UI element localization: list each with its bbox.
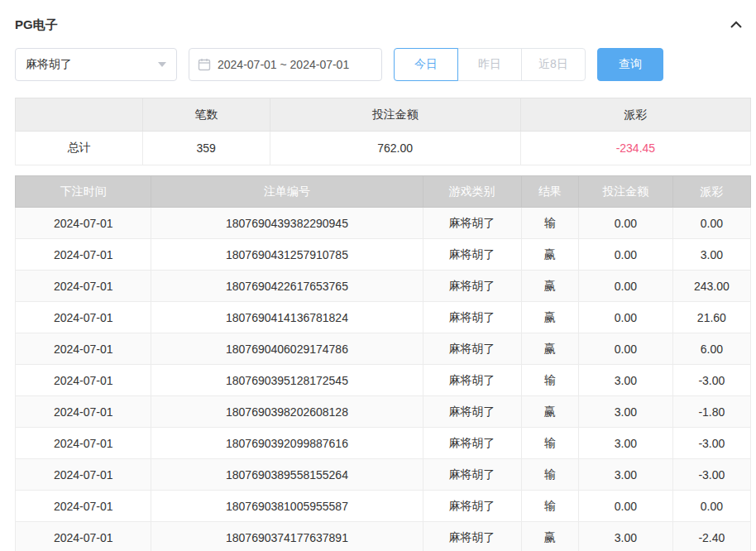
bet-table-body: 2024-07-011807690439382290945麻将胡了输0.000.… [16,208,751,551]
header-bet-amount: 投注金额 [578,176,672,208]
cell-result: 赢 [521,302,578,333]
cell-bet-amount: 3.00 [578,428,672,459]
cell-game-type: 麻将胡了 [423,333,521,365]
cell-game-type: 麻将胡了 [423,365,521,396]
cell-bet-id: 1807690439382290945 [151,208,423,239]
bet-records-table: 下注时间 注单编号 游戏类别 结果 投注金额 派彩 2024-07-011807… [15,175,751,551]
cell-bet-id: 1807690392099887616 [151,428,423,459]
search-button[interactable]: 查询 [597,48,663,81]
cell-game-type: 麻将胡了 [423,239,521,271]
cell-bet-amount: 3.00 [578,396,672,428]
summary-header-bet-amount: 投注金额 [270,98,520,132]
chevron-down-icon [158,62,166,67]
chevron-up-icon [730,19,743,31]
cell-bet-amount: 0.00 [578,491,672,522]
cell-result: 输 [521,208,578,239]
cell-result: 输 [521,491,578,522]
today-button[interactable]: 今日 [394,48,458,81]
bet-table-header-row: 下注时间 注单编号 游戏类别 结果 投注金额 派彩 [16,176,751,208]
table-row: 2024-07-011807690374177637891麻将胡了赢3.00-2… [16,522,751,551]
filter-bar: 麻将胡了 2024-07-01 ~ 2024-07-01 今日 昨日 近8日 查… [15,48,751,81]
header-bet-id: 注单编号 [151,176,423,208]
yesterday-button[interactable]: 昨日 [457,48,522,81]
cell-game-type: 麻将胡了 [423,491,521,522]
date-range-input[interactable]: 2024-07-01 ~ 2024-07-01 [189,48,382,81]
summary-header-row: 笔数 投注金额 派彩 [16,98,751,132]
header-game-type: 游戏类别 [423,176,521,208]
cell-game-type: 麻将胡了 [423,271,521,302]
cell-game-type: 麻将胡了 [423,428,521,459]
cell-payout: -3.00 [672,428,750,459]
cell-game-type: 麻将胡了 [423,302,521,333]
cell-result: 赢 [521,396,578,428]
cell-payout: -3.00 [672,365,750,396]
header-result: 结果 [521,176,578,208]
cell-bet-time: 2024-07-01 [16,428,151,459]
cell-bet-amount: 0.00 [578,208,672,239]
cell-bet-id: 1807690398202608128 [151,396,423,428]
cell-bet-time: 2024-07-01 [16,365,151,396]
game-select[interactable]: 麻将胡了 [15,48,177,81]
calendar-icon [198,58,211,71]
table-row: 2024-07-011807690389558155264麻将胡了输3.00-3… [16,459,751,491]
cell-result: 赢 [521,522,578,551]
cell-bet-time: 2024-07-01 [16,522,151,551]
cell-bet-time: 2024-07-01 [16,333,151,365]
last-8-days-button[interactable]: 近8日 [521,48,586,81]
cell-bet-id: 1807690422617653765 [151,271,423,302]
table-row: 2024-07-011807690398202608128麻将胡了赢3.00-1… [16,396,751,428]
cell-bet-amount: 0.00 [578,302,672,333]
pg-games-panel: PG电子 麻将胡了 2024-07-01 ~ 2024-07-01 今日 昨日 … [0,0,756,551]
cell-bet-time: 2024-07-01 [16,208,151,239]
panel-header: PG电子 [15,12,751,38]
cell-payout: 243.00 [672,271,750,302]
cell-bet-time: 2024-07-01 [16,459,151,491]
quick-range-group: 今日 昨日 近8日 [394,48,586,81]
table-row: 2024-07-011807690392099887616麻将胡了输3.00-3… [16,428,751,459]
cell-payout: -1.80 [672,396,750,428]
summary-total-count: 359 [142,132,270,165]
cell-bet-time: 2024-07-01 [16,491,151,522]
cell-game-type: 麻将胡了 [423,396,521,428]
cell-bet-time: 2024-07-01 [16,302,151,333]
date-range-value: 2024-07-01 ~ 2024-07-01 [218,58,349,71]
header-payout: 派彩 [672,176,750,208]
cell-bet-id: 1807690431257910785 [151,239,423,271]
collapse-panel-button[interactable] [730,19,743,31]
cell-bet-time: 2024-07-01 [16,271,151,302]
cell-result: 输 [521,459,578,491]
table-row: 2024-07-011807690395128172545麻将胡了输3.00-3… [16,365,751,396]
cell-bet-time: 2024-07-01 [16,396,151,428]
cell-bet-id: 1807690389558155264 [151,459,423,491]
summary-header-count: 笔数 [142,98,270,132]
cell-bet-amount: 3.00 [578,459,672,491]
cell-bet-amount: 3.00 [578,365,672,396]
table-row: 2024-07-011807690439382290945麻将胡了输0.000.… [16,208,751,239]
summary-total-payout: -234.45 [520,132,750,165]
cell-payout: 0.00 [672,491,750,522]
cell-bet-id: 1807690381005955587 [151,491,423,522]
cell-result: 赢 [521,239,578,271]
cell-bet-id: 1807690374177637891 [151,522,423,551]
cell-result: 赢 [521,333,578,365]
cell-game-type: 麻将胡了 [423,522,521,551]
cell-payout: 0.00 [672,208,750,239]
summary-total-row: 总计 359 762.00 -234.45 [16,132,751,165]
cell-result: 输 [521,365,578,396]
table-row: 2024-07-011807690406029174786麻将胡了赢0.006.… [16,333,751,365]
table-row: 2024-07-011807690381005955587麻将胡了输0.000.… [16,491,751,522]
table-row: 2024-07-011807690422617653765麻将胡了赢0.0024… [16,271,751,302]
summary-header-payout: 派彩 [520,98,750,132]
summary-total-label: 总计 [16,132,143,165]
cell-bet-time: 2024-07-01 [16,239,151,271]
summary-table: 笔数 投注金额 派彩 总计 359 762.00 -234.45 [15,98,751,165]
cell-result: 赢 [521,271,578,302]
cell-bet-amount: 0.00 [578,271,672,302]
table-row: 2024-07-011807690414136781824麻将胡了赢0.0021… [16,302,751,333]
cell-bet-id: 1807690406029174786 [151,333,423,365]
game-select-value: 麻将胡了 [26,57,72,72]
cell-bet-amount: 3.00 [578,522,672,551]
cell-payout: 3.00 [672,239,750,271]
table-row: 2024-07-011807690431257910785麻将胡了赢0.003.… [16,239,751,271]
cell-payout: -2.40 [672,522,750,551]
